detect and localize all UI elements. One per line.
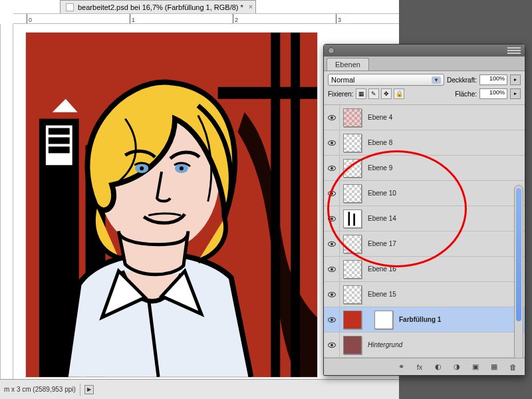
layer-name[interactable]: Ebene 10 [365, 190, 525, 197]
scrollbar-thumb[interactable] [516, 188, 521, 321]
eye-icon [328, 342, 336, 348]
lock-label: Fixieren: [328, 90, 353, 98]
layer-list: Ebene 4 Ebene 8 Ebene 9 Ebene 10 Ebene 1… [324, 105, 525, 358]
link-layers-icon[interactable]: ⚭ [394, 361, 408, 373]
opacity-input[interactable]: 100% [479, 74, 507, 85]
blend-mode-select[interactable]: Normal ▼ [328, 74, 444, 86]
layer-thumbnail[interactable] [343, 260, 362, 279]
layer-thumbnail[interactable] [343, 184, 362, 203]
status-bar: m x 3 cm (2589,953 ppi) ▶ [0, 379, 399, 399]
svg-rect-4 [49, 128, 70, 135]
visibility-toggle[interactable] [324, 332, 340, 357]
layer-row[interactable]: Ebene 15 [324, 282, 525, 307]
chevron-down-icon: ▼ [432, 76, 441, 84]
scrollbar[interactable] [514, 185, 523, 358]
layers-panel: Ebenen Normal ▼ Deckkraft: 100% ▸ Fixier… [323, 44, 525, 376]
layer-thumbnail[interactable] [343, 235, 362, 253]
file-icon [66, 3, 74, 11]
tab-layers[interactable]: Ebenen [327, 58, 369, 70]
panel-footer: ⚭ fx ◐ ◑ ▣ ▦ 🗑 [324, 358, 525, 375]
ruler-mark: 2 [233, 14, 239, 23]
status-menu-button[interactable]: ▶ [84, 385, 94, 394]
layer-name[interactable]: Ebene 15 [365, 291, 525, 298]
ruler-mark: 1 [130, 14, 136, 23]
divider [80, 384, 80, 396]
svg-rect-5 [49, 137, 70, 144]
layer-row[interactable]: Ebene 4 [324, 105, 525, 130]
panel-menu-icon[interactable] [507, 47, 521, 55]
ruler-mark: 0 [27, 14, 33, 23]
ruler-vertical [0, 24, 13, 379]
visibility-toggle[interactable] [324, 307, 340, 332]
eye-icon [328, 241, 336, 247]
layer-row[interactable]: Ebene 14 [324, 206, 525, 231]
lock-transparency-icon[interactable]: ▦ [356, 88, 366, 99]
eye-icon [328, 317, 336, 323]
layer-row[interactable]: Ebene 9 [324, 156, 525, 181]
panel-titlebar[interactable] [324, 45, 525, 57]
layer-name[interactable]: Hintergrund [365, 341, 525, 348]
ruler-mark: 3 [336, 14, 342, 23]
adjustment-layer-icon[interactable]: ◑ [450, 361, 464, 373]
document-title: bearbeitet2.psd bei 16,7% (Farbfüllung 1… [78, 3, 243, 11]
layer-name[interactable]: Ebene 4 [365, 114, 525, 121]
document-tab[interactable]: bearbeitet2.psd bei 16,7% (Farbfüllung 1… [60, 0, 256, 13]
layer-row[interactable]: Ebene 10 [324, 181, 525, 206]
layer-name[interactable]: Farbfüllung 1 [396, 316, 525, 323]
fill-input[interactable]: 100% [479, 88, 507, 99]
visibility-toggle[interactable] [324, 257, 340, 281]
canvas[interactable] [25, 32, 318, 378]
visibility-toggle[interactable] [324, 130, 340, 155]
new-group-icon[interactable]: ▣ [469, 361, 482, 373]
layer-name[interactable]: Ebene 14 [365, 215, 525, 222]
layer-style-icon[interactable]: fx [413, 361, 426, 373]
layer-name[interactable]: Ebene 17 [365, 240, 525, 247]
layer-thumbnail[interactable] [343, 134, 362, 152]
layer-thumbnail[interactable] [343, 336, 362, 354]
layer-thumbnail[interactable] [343, 285, 362, 304]
svg-point-15 [180, 166, 184, 170]
panel-controls: Normal ▼ Deckkraft: 100% ▸ Fixieren: ▦ ✎… [324, 71, 525, 105]
layer-row[interactable]: Farbfüllung 1 [324, 307, 525, 332]
layer-thumbnail[interactable] [343, 108, 362, 127]
layer-thumbnail[interactable] [343, 159, 362, 178]
visibility-toggle[interactable] [324, 105, 340, 130]
lock-buttons: ▦ ✎ ✥ 🔒 [356, 88, 404, 99]
layer-name[interactable]: Ebene 9 [365, 164, 525, 172]
eye-icon [328, 140, 336, 146]
artwork [26, 33, 317, 377]
lock-pixels-icon[interactable]: ✎ [368, 88, 379, 99]
svg-rect-10 [218, 87, 317, 99]
layer-name[interactable]: Ebene 16 [365, 265, 525, 273]
layer-row[interactable]: Ebene 17 [324, 231, 525, 257]
layer-mask-thumbnail[interactable] [374, 311, 393, 329]
layer-name[interactable]: Ebene 8 [365, 139, 525, 146]
delete-layer-icon[interactable]: 🗑 [506, 361, 519, 373]
visibility-toggle[interactable] [324, 231, 340, 256]
new-layer-icon[interactable]: ▦ [487, 361, 501, 373]
eye-icon [328, 216, 336, 221]
lock-all-icon[interactable]: 🔒 [394, 88, 404, 99]
layer-row[interactable]: Ebene 16 [324, 257, 525, 282]
panel-collapse-button[interactable] [328, 47, 334, 54]
eye-icon [328, 267, 336, 272]
lock-position-icon[interactable]: ✥ [381, 88, 392, 99]
eye-icon [328, 292, 336, 297]
svg-point-14 [140, 166, 144, 170]
visibility-toggle[interactable] [324, 282, 340, 307]
eye-icon [328, 166, 336, 171]
opacity-flyout-button[interactable]: ▸ [510, 74, 521, 85]
svg-rect-6 [49, 146, 70, 153]
visibility-toggle[interactable] [324, 206, 340, 231]
layer-mask-icon[interactable]: ◐ [432, 361, 445, 373]
eye-icon [328, 191, 336, 196]
visibility-toggle[interactable] [324, 181, 340, 205]
layer-row[interactable]: Hintergrund [324, 332, 525, 358]
close-icon[interactable]: × [249, 3, 253, 11]
layer-row[interactable]: Ebene 8 [324, 130, 525, 156]
layer-thumbnail[interactable] [343, 209, 362, 228]
layer-thumbnail[interactable] [343, 311, 362, 329]
ruler-horizontal: 0 1 2 3 [13, 13, 399, 24]
visibility-toggle[interactable] [324, 156, 340, 180]
fill-flyout-button[interactable]: ▸ [510, 88, 521, 99]
